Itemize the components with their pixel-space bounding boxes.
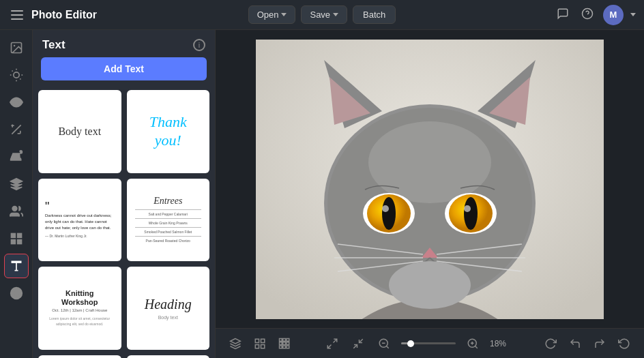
sidebar-item-magic[interactable] [4, 117, 29, 142]
save-button[interactable]: Save [301, 5, 347, 24]
svg-rect-57 [280, 342, 282, 344]
svg-rect-58 [283, 342, 286, 344]
open-button[interactable]: Open [248, 5, 296, 24]
svg-rect-16 [17, 234, 21, 238]
svg-line-66 [360, 339, 363, 342]
rotate-cw-button[interactable] [542, 335, 559, 353]
svg-rect-56 [287, 338, 289, 341]
zoom-slider-control[interactable] [401, 342, 456, 344]
sidebar-item-paint[interactable] [4, 145, 29, 169]
template-quote[interactable]: " Darkness cannot drive out darkness; on… [38, 179, 121, 262]
topbar-center: Open Save Batch [248, 5, 396, 24]
template-heading-uppercase[interactable]: HEADING Body text [38, 355, 121, 359]
templates-scroll: Body text Thankyou! " Darkness cannot dr… [33, 87, 215, 358]
svg-line-68 [386, 346, 388, 348]
zoom-percentage: 18% [490, 339, 512, 348]
help-icon[interactable] [579, 5, 596, 25]
svg-rect-53 [261, 344, 265, 348]
template-thank-you[interactable]: Thankyou! [127, 90, 210, 173]
batch-button[interactable]: Batch [353, 5, 396, 24]
svg-point-48 [389, 261, 471, 309]
apps-tool-button[interactable] [276, 335, 293, 353]
grid-tool-button[interactable] [251, 335, 269, 353]
bottom-left-tools [226, 335, 293, 353]
svg-point-36 [382, 205, 389, 212]
bottom-right-tools [542, 335, 633, 353]
svg-rect-15 [11, 234, 15, 238]
zoom-slider[interactable] [401, 342, 456, 344]
template-body-text[interactable]: Body text [38, 90, 121, 173]
avatar[interactable]: M [603, 5, 624, 25]
svg-rect-18 [17, 240, 21, 244]
redo-button[interactable] [591, 335, 609, 353]
svg-point-32 [368, 121, 491, 203]
svg-rect-51 [261, 339, 265, 342]
zoom-in-button[interactable] [464, 335, 482, 353]
text-panel: Text i Add Text Body text Thankyou! " Da… [33, 30, 216, 358]
svg-rect-55 [283, 338, 286, 341]
template-workshop[interactable]: KnittingWorkshop Oct. 12th | 12am | Craf… [38, 267, 121, 350]
svg-point-39 [464, 197, 478, 230]
svg-point-14 [12, 207, 17, 211]
svg-rect-60 [280, 346, 282, 348]
svg-rect-54 [280, 338, 282, 341]
svg-line-64 [327, 344, 331, 348]
canvas-content [216, 30, 644, 328]
app-title: Photo Editor [31, 9, 97, 21]
add-text-button[interactable]: Add Text [41, 57, 207, 80]
template-heading-italic[interactable]: Heading Body text [127, 267, 210, 350]
svg-point-40 [464, 205, 471, 212]
svg-line-63 [334, 339, 337, 342]
svg-point-3 [13, 45, 14, 47]
template-love[interactable]: LOVE [127, 355, 210, 359]
sidebar-item-visibility[interactable] [4, 90, 29, 115]
panel-header: Text i [33, 30, 215, 57]
bottom-toolbar: 18% [216, 328, 644, 358]
sidebar-item-grid[interactable] [4, 226, 29, 251]
svg-rect-59 [287, 342, 289, 344]
sidebar-item-image[interactable] [4, 35, 29, 60]
sidebar-item-effects[interactable] [4, 63, 29, 87]
fit-button[interactable] [349, 335, 367, 353]
sidebar-item-people[interactable] [4, 199, 29, 224]
svg-rect-62 [287, 346, 289, 348]
expand-button[interactable] [323, 335, 341, 353]
template-menu[interactable]: Entrees Salt and Pepper Calamari Whole G… [127, 179, 210, 262]
svg-line-7 [12, 71, 12, 72]
templates-grid: Body text Thankyou! " Darkness cannot dr… [38, 90, 209, 358]
svg-rect-50 [255, 339, 259, 342]
info-icon[interactable]: i [193, 39, 205, 51]
avatar-chevron-icon[interactable] [630, 13, 636, 16]
topbar-right: M [396, 5, 636, 25]
panel-title: Text [42, 38, 65, 52]
history-button[interactable] [615, 335, 633, 353]
svg-point-11 [14, 101, 18, 104]
svg-rect-61 [283, 346, 286, 348]
svg-line-12 [12, 125, 20, 134]
layers-tool-button[interactable] [226, 335, 244, 353]
topbar: Photo Editor Open Save Batch M [0, 0, 644, 30]
svg-line-65 [353, 344, 357, 348]
svg-marker-13 [10, 179, 22, 184]
menu-icon[interactable] [8, 8, 26, 23]
undo-button[interactable] [566, 335, 584, 353]
svg-point-4 [13, 72, 18, 78]
zoom-out-button[interactable] [375, 335, 393, 353]
main-area: Text i Add Text Body text Thankyou! " Da… [0, 30, 644, 358]
icon-sidebar [0, 30, 33, 358]
sidebar-item-sticker[interactable] [4, 281, 29, 305]
sidebar-item-text[interactable] [4, 254, 29, 278]
svg-rect-52 [255, 344, 259, 348]
svg-marker-49 [231, 338, 241, 344]
svg-line-8 [20, 78, 20, 79]
topbar-left: Photo Editor [8, 8, 248, 23]
open-chevron-icon [281, 13, 287, 16]
svg-rect-17 [11, 240, 15, 244]
sidebar-item-layers[interactable] [4, 172, 29, 196]
cat-photo [256, 40, 604, 319]
svg-point-35 [382, 197, 396, 230]
save-chevron-icon [333, 13, 338, 16]
svg-line-71 [475, 346, 477, 348]
canvas-area: 18% [216, 30, 644, 358]
chat-icon[interactable] [554, 5, 572, 25]
